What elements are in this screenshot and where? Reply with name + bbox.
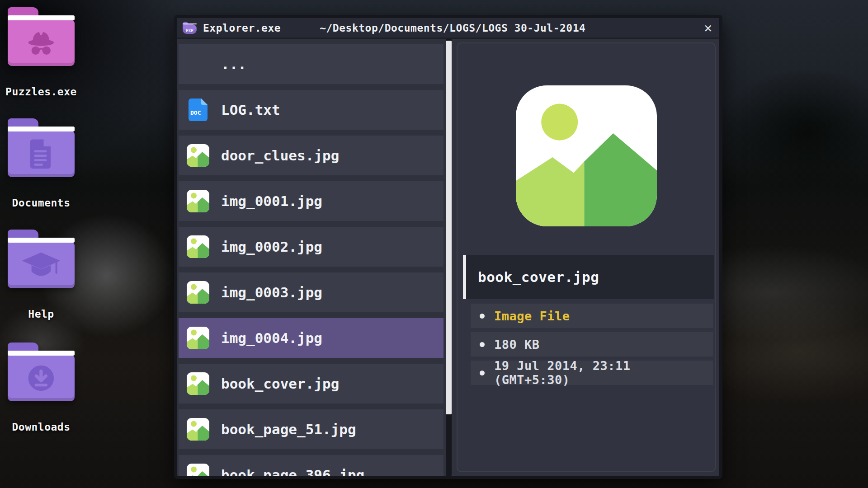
- desktop-icon-label: Puzzles.exe: [5, 86, 77, 98]
- image-file-icon: [187, 372, 209, 395]
- preview-pane: book_cover.jpg Image File 180 KB 19 Jul …: [457, 42, 716, 472]
- file-type-icon: [187, 190, 209, 212]
- file-details: Image File 180 KB 19 Jul 2014, 23:11 (GM…: [471, 304, 713, 389]
- image-file-icon: [187, 418, 209, 441]
- explorer-window: EXE Explorer.exe ~/Desktop/Documents/LOG…: [174, 15, 722, 479]
- file-type-icon: [187, 327, 209, 349]
- doc-file-icon: DOC: [187, 99, 209, 121]
- graduation-cap-icon: [19, 250, 63, 281]
- file-type-icon: [187, 53, 209, 75]
- desktop-icon[interactable]: Puzzles.exe: [5, 7, 77, 98]
- file-detail-row: 180 KB: [471, 332, 713, 357]
- desktop: Puzzles.exe Documents Help: [0, 0, 145, 488]
- image-file-icon: [516, 85, 657, 226]
- preview-filename-text: book_cover.jpg: [478, 269, 599, 285]
- file-type-icon: [187, 372, 209, 395]
- file-name: LOG.txt: [221, 102, 280, 118]
- file-row[interactable]: book_cover.jpg: [179, 364, 443, 404]
- image-file-icon: [187, 464, 209, 476]
- file-row[interactable]: img_0004.jpg: [179, 318, 443, 358]
- bullet-icon: [480, 314, 485, 319]
- desktop-icon-label: Documents: [5, 197, 77, 209]
- breadcrumb-path: ~/Desktop/Documents/LOGS/LOGS 30-Jul-201…: [320, 22, 585, 34]
- document-icon: [19, 139, 63, 169]
- folder-icon: [8, 7, 75, 66]
- desktop-icon[interactable]: Downloads: [5, 343, 77, 433]
- file-name: book_page_396.jpg: [221, 467, 364, 476]
- file-type-icon: [187, 464, 209, 476]
- file-row[interactable]: book_page_396.jpg: [179, 455, 443, 476]
- detail-text: Image File: [494, 309, 570, 323]
- image-preview-icon: [516, 85, 657, 226]
- file-type-icon: [187, 144, 209, 167]
- file-name: img_0001.jpg: [221, 193, 322, 209]
- scrollbar-thumb[interactable]: [446, 41, 452, 414]
- file-name: book_cover.jpg: [221, 375, 339, 392]
- file-name: img_0003.jpg: [221, 284, 322, 300]
- window-title: Explorer.exe: [203, 22, 281, 34]
- desktop-icon-label: Downloads: [5, 421, 77, 433]
- explorer-app-icon: EXE: [183, 22, 197, 34]
- exe-badge: EXE: [186, 28, 193, 33]
- desktop-icon-label: Help: [5, 308, 77, 320]
- bullet-icon: [480, 342, 485, 347]
- desktop-icon[interactable]: Help: [5, 230, 77, 320]
- window-body: ... DOC LOG.txt door_clues.jpg: [177, 39, 719, 476]
- file-name: book_page_51.jpg: [221, 421, 356, 437]
- svg-text:DOC: DOC: [190, 109, 201, 116]
- file-row[interactable]: door_clues.jpg: [179, 136, 443, 175]
- file-row[interactable]: img_0003.jpg: [179, 272, 443, 312]
- file-row[interactable]: book_page_51.jpg: [179, 409, 443, 449]
- file-type-icon: DOC: [187, 99, 209, 121]
- folder-icon: [8, 230, 75, 288]
- preview-filename: book_cover.jpg: [463, 255, 714, 299]
- image-file-icon: [187, 144, 209, 167]
- file-row[interactable]: ...: [179, 44, 443, 84]
- file-name: ...: [221, 56, 246, 72]
- desktop-icon[interactable]: Documents: [5, 118, 77, 209]
- detail-text: 19 Jul 2014, 23:11 (GMT+5:30): [494, 359, 713, 387]
- scrollbar-track[interactable]: [446, 39, 452, 476]
- detail-text: 180 KB: [494, 338, 540, 352]
- incognito-icon: [19, 28, 63, 58]
- file-type-icon: [187, 418, 209, 441]
- file-name: img_0004.jpg: [221, 330, 322, 346]
- folder-icon: [8, 118, 75, 177]
- file-detail-row: Image File: [471, 304, 713, 328]
- image-file-icon: [187, 327, 209, 349]
- file-type-icon: [187, 235, 209, 258]
- image-file-icon: [187, 235, 209, 258]
- titlebar[interactable]: EXE Explorer.exe ~/Desktop/Documents/LOG…: [177, 18, 719, 39]
- file-row[interactable]: DOC LOG.txt: [179, 90, 443, 130]
- file-name: img_0002.jpg: [221, 239, 322, 255]
- folder-icon: [8, 343, 75, 401]
- image-file-icon: [187, 190, 209, 212]
- file-detail-row: 19 Jul 2014, 23:11 (GMT+5:30): [471, 361, 713, 385]
- file-list: ... DOC LOG.txt door_clues.jpg: [177, 39, 445, 476]
- close-button[interactable]: ✕: [704, 21, 712, 34]
- file-type-icon: [187, 281, 209, 304]
- file-name: door_clues.jpg: [221, 147, 339, 164]
- file-row[interactable]: img_0002.jpg: [179, 227, 443, 267]
- image-file-icon: [187, 281, 209, 304]
- file-row[interactable]: img_0001.jpg: [179, 181, 443, 221]
- bullet-icon: [480, 371, 485, 375]
- download-icon: [19, 363, 63, 394]
